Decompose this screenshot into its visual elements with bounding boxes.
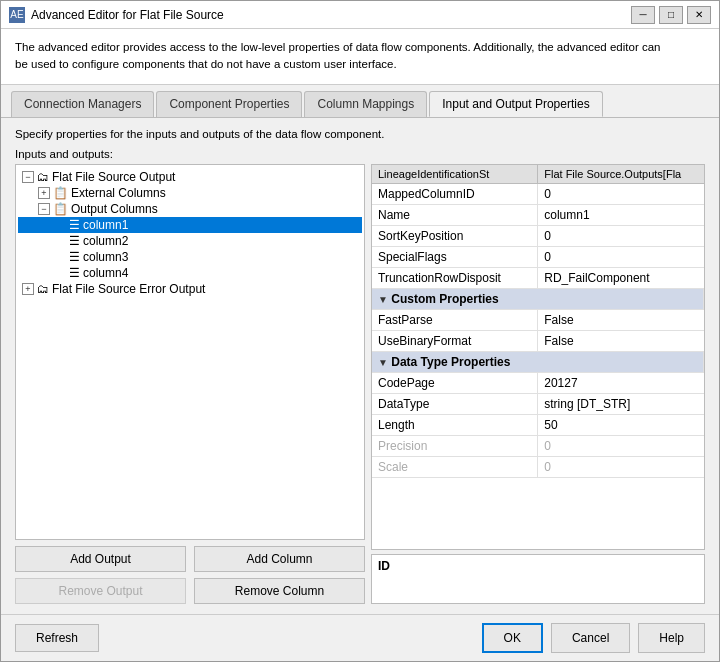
prop-value-scale[interactable]: 0 [538, 456, 704, 477]
prop-row-use-binary[interactable]: UseBinaryFormat False [372, 330, 704, 351]
prop-name-special-flags: SpecialFlags [372, 246, 538, 267]
tree-container[interactable]: − 🗂 Flat File Source Output + 📋 External… [15, 164, 365, 541]
section-data-type-properties: ▼ Data Type Properties [372, 351, 704, 372]
prop-row-sort-key[interactable]: SortKeyPosition 0 [372, 225, 704, 246]
prop-name-data-type: DataType [372, 393, 538, 414]
minimize-button[interactable]: ─ [631, 6, 655, 24]
flat-file-source-output-label: Flat File Source Output [52, 170, 175, 184]
tab-connection-managers[interactable]: Connection Managers [11, 91, 154, 117]
description-area: The advanced editor provides access to t… [1, 29, 719, 85]
prop-name-mapped-column-id: MappedColumnID [372, 183, 538, 204]
btn-row-2: Remove Output Remove Column [15, 578, 365, 604]
prop-name-sort-key: SortKeyPosition [372, 225, 538, 246]
prop-row-data-type[interactable]: DataType string [DT_STR] [372, 393, 704, 414]
output-icon: 🗂 [37, 170, 49, 184]
tree-item-error-output[interactable]: + 🗂 Flat File Source Error Output [18, 281, 362, 297]
tree-item-column3[interactable]: ☰ column3 [18, 249, 362, 265]
prop-row-fast-parse[interactable]: FastParse False [372, 309, 704, 330]
prop-value-code-page[interactable]: 20127 [538, 372, 704, 393]
window-title: Advanced Editor for Flat File Source [31, 8, 631, 22]
prop-value-length[interactable]: 50 [538, 414, 704, 435]
prop-row-length[interactable]: Length 50 [372, 414, 704, 435]
no-expand-column1 [54, 219, 66, 231]
props-table: LineageIdentificationSt Flat File Source… [371, 164, 705, 551]
prop-value-fast-parse[interactable]: False [538, 309, 704, 330]
tabs-bar: Connection Managers Component Properties… [1, 85, 719, 118]
column4-label: column4 [83, 266, 128, 280]
prop-header-name: LineageIdentificationSt [372, 165, 538, 184]
prop-value-special-flags[interactable]: 0 [538, 246, 704, 267]
tab-input-output[interactable]: Input and Output Properties [429, 91, 602, 117]
refresh-button[interactable]: Refresh [15, 624, 99, 652]
expand-flat-file-output[interactable]: − [22, 171, 34, 183]
io-label: Inputs and outputs: [15, 148, 705, 160]
prop-value-name[interactable]: column1 [538, 204, 704, 225]
prop-row-code-page[interactable]: CodePage 20127 [372, 372, 704, 393]
tree-item-column4[interactable]: ☰ column4 [18, 265, 362, 281]
tab-component-properties[interactable]: Component Properties [156, 91, 302, 117]
error-output-label: Flat File Source Error Output [52, 282, 205, 296]
prop-value-precision[interactable]: 0 [538, 435, 704, 456]
specify-text: Specify properties for the inputs and ou… [15, 128, 705, 140]
prop-row-precision[interactable]: Precision 0 [372, 435, 704, 456]
io-panel: − 🗂 Flat File Source Output + 📋 External… [15, 164, 705, 605]
prop-name-precision: Precision [372, 435, 538, 456]
right-panel: LineageIdentificationSt Flat File Source… [371, 164, 705, 605]
main-content: Specify properties for the inputs and ou… [1, 118, 719, 615]
external-columns-label: External Columns [71, 186, 166, 200]
prop-name-name: Name [372, 204, 538, 225]
no-expand-column4 [54, 267, 66, 279]
add-column-button[interactable]: Add Column [194, 546, 365, 572]
collapse-custom-icon[interactable]: ▼ [378, 294, 388, 305]
titlebar: AE Advanced Editor for Flat File Source … [1, 1, 719, 29]
tree-item-external-columns[interactable]: + 📋 External Columns [18, 185, 362, 201]
id-label: ID [378, 559, 390, 573]
prop-value-truncation[interactable]: RD_FailComponent [538, 267, 704, 288]
tree-item-flat-file-source-output[interactable]: − 🗂 Flat File Source Output [18, 169, 362, 185]
description-text: The advanced editor provides access to t… [15, 41, 660, 70]
prop-row-truncation[interactable]: TruncationRowDisposit RD_FailComponent [372, 267, 704, 288]
tree-item-column1[interactable]: ☰ column1 [18, 217, 362, 233]
main-window: AE Advanced Editor for Flat File Source … [0, 0, 720, 662]
prop-row-scale[interactable]: Scale 0 [372, 456, 704, 477]
prop-value-data-type[interactable]: string [DT_STR] [538, 393, 704, 414]
remove-output-button[interactable]: Remove Output [15, 578, 186, 604]
no-expand-column2 [54, 235, 66, 247]
prop-name-truncation: TruncationRowDisposit [372, 267, 538, 288]
prop-name-length: Length [372, 414, 538, 435]
add-output-button[interactable]: Add Output [15, 546, 186, 572]
prop-name-fast-parse: FastParse [372, 309, 538, 330]
help-button[interactable]: Help [638, 623, 705, 653]
output-columns-icon: 📋 [53, 202, 68, 216]
column1-label: column1 [83, 218, 128, 232]
window-icon: AE [9, 7, 25, 23]
tree-item-output-columns[interactable]: − 📋 Output Columns [18, 201, 362, 217]
id-box: ID [371, 554, 705, 604]
prop-row-special-flags[interactable]: SpecialFlags 0 [372, 246, 704, 267]
prop-row-name[interactable]: Name column1 [372, 204, 704, 225]
output-columns-label: Output Columns [71, 202, 158, 216]
no-expand-column3 [54, 251, 66, 263]
remove-column-button[interactable]: Remove Column [194, 578, 365, 604]
section-data-type-label: Data Type Properties [391, 355, 510, 369]
footer: Refresh OK Cancel Help [1, 614, 719, 661]
prop-value-sort-key[interactable]: 0 [538, 225, 704, 246]
cancel-button[interactable]: Cancel [551, 623, 630, 653]
maximize-button[interactable]: □ [659, 6, 683, 24]
tree-item-column2[interactable]: ☰ column2 [18, 233, 362, 249]
expand-error-output[interactable]: + [22, 283, 34, 295]
collapse-data-type-icon[interactable]: ▼ [378, 357, 388, 368]
footer-right: OK Cancel Help [482, 623, 705, 653]
expand-external-columns[interactable]: + [38, 187, 50, 199]
prop-value-use-binary[interactable]: False [538, 330, 704, 351]
ok-button[interactable]: OK [482, 623, 543, 653]
column3-icon: ☰ [69, 250, 80, 264]
titlebar-controls: ─ □ ✕ [631, 6, 711, 24]
prop-row-mapped-column-id[interactable]: MappedColumnID 0 [372, 183, 704, 204]
btn-row-1: Add Output Add Column [15, 546, 365, 572]
expand-output-columns[interactable]: − [38, 203, 50, 215]
prop-name-code-page: CodePage [372, 372, 538, 393]
close-button[interactable]: ✕ [687, 6, 711, 24]
prop-value-mapped-column-id[interactable]: 0 [538, 183, 704, 204]
tab-column-mappings[interactable]: Column Mappings [304, 91, 427, 117]
